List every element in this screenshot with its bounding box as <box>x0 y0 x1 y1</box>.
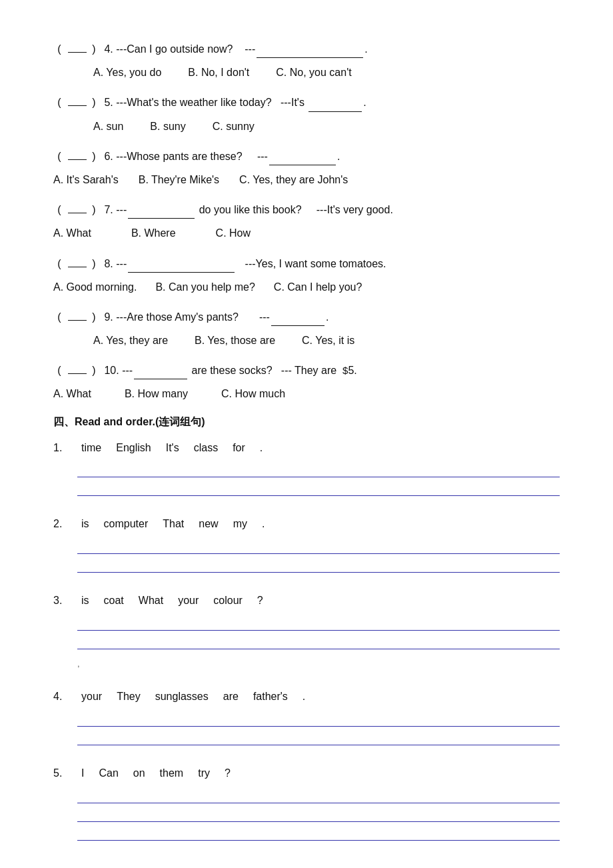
question-7: ( ) 7. --- do you like this book? ---It'… <box>53 201 560 242</box>
q8-optB: B. Can you help me? <box>155 278 255 296</box>
q4-close: ) <box>88 40 100 58</box>
q4-optB: B. No, I don't <box>188 63 249 81</box>
reorder-words-5: 5. I Can on them try ? <box>53 764 560 783</box>
q5-number: 5. ---What's the weather like today? ---… <box>101 93 366 111</box>
q10-close: ) <box>88 361 100 379</box>
q8-blank <box>128 272 235 273</box>
section4: 四、Read and order.(连词组句) 1. time English … <box>53 415 560 841</box>
q7-optC: C. How <box>216 224 251 242</box>
reorder-item-1: 1. time English It's class for . <box>53 439 560 497</box>
q4-options: A. Yes, you do B. No, I don't C. No, you… <box>93 63 560 81</box>
reorder-num-5: 5. <box>53 764 69 783</box>
reorder-answer-4 <box>77 712 560 745</box>
q9-optA: A. Yes, they are <box>93 331 168 349</box>
q10-paren: ( <box>53 361 65 379</box>
q6-optC: C. Yes, they are John's <box>239 171 348 189</box>
q5-optC: C. sunny <box>213 117 255 135</box>
q9-blank <box>271 325 324 326</box>
question-9: ( ) 9. ---Are those Amy's pants? ---. A.… <box>53 308 560 349</box>
q5-optA: A. sun <box>93 117 123 135</box>
reorder-item-3: 3. is coat What your colour ? , <box>53 591 560 669</box>
q10-optA: A. What <box>53 385 91 403</box>
q5-paren: ( <box>53 93 65 111</box>
reorder-num-3: 3. <box>53 591 69 611</box>
q6-optB: B. They're Mike's <box>139 171 219 189</box>
q8-close: ) <box>88 255 100 273</box>
q5-blank <box>308 111 362 112</box>
q7-blank <box>128 218 195 219</box>
question-10: ( ) 10. --- are these socks? --- They ar… <box>53 361 560 403</box>
q5-close: ) <box>88 93 100 111</box>
q9-number: 9. ---Are those Amy's pants? ---. <box>101 308 328 326</box>
q9-options: A. Yes, they are B. Yes, those are C. Ye… <box>93 331 560 349</box>
q7-bracket-space <box>68 213 87 213</box>
q6-paren: ( <box>53 147 65 165</box>
questions-section: ( ) 4. ---Can I go outside now? ---. A. … <box>53 40 560 403</box>
reorder-words-2: 2. is computer That new my . <box>53 515 560 534</box>
reorder-num-1: 1. <box>53 439 69 458</box>
q9-optB: B. Yes, those are <box>195 331 275 349</box>
reorder-answer-1 <box>77 463 560 496</box>
q6-bracket-space <box>68 159 87 160</box>
q9-close: ) <box>88 308 100 326</box>
q4-paren: ( <box>53 40 65 58</box>
reorder-wordlist-4: your They sunglasses are father's . <box>81 687 305 707</box>
q7-paren: ( <box>53 201 65 219</box>
reorder-words-1: 1. time English It's class for . <box>53 439 560 458</box>
q9-optC: C. Yes, it is <box>302 331 354 349</box>
q4-number: 4. ---Can I go outside now? ---. <box>101 40 368 58</box>
q4-bracket-space <box>68 52 87 53</box>
q6-number: 6. ---Whose pants are these? ---. <box>101 147 340 165</box>
q4-optA: A. Yes, you do <box>93 63 161 81</box>
reorder-words-3: 3. is coat What your colour ? <box>53 591 560 611</box>
q10-optB: B. How many <box>125 385 188 403</box>
question-5: ( ) 5. ---What's the weather like today?… <box>53 93 560 135</box>
reorder-wordlist-5: I Can on them try ? <box>81 764 231 783</box>
question-6: ( ) 6. ---Whose pants are these? ---. A.… <box>53 147 560 189</box>
reorder-wordlist-2: is computer That new my . <box>81 515 265 534</box>
q7-optB: B. Where <box>131 224 176 242</box>
q5-options: A. sun B. suny C. sunny <box>93 117 560 135</box>
q6-blank <box>269 165 336 165</box>
reorder-num-2: 2. <box>53 515 69 534</box>
q9-paren: ( <box>53 308 65 326</box>
q7-close: ) <box>88 201 100 219</box>
q9-bracket-space <box>68 320 87 321</box>
q10-optC: C. How much <box>221 385 285 403</box>
reorder-item-5: 5. I Can on them try ? <box>53 764 560 841</box>
q5-bracket-space <box>68 105 87 106</box>
question-8: ( ) 8. --- ---Yes, I want some tomatoes.… <box>53 255 560 296</box>
q6-options: A. It's Sarah's B. They're Mike's C. Yes… <box>53 171 560 189</box>
q10-options: A. What B. How many C. How much <box>53 385 560 403</box>
q7-options: A. What B. Where C. How <box>53 224 560 242</box>
q7-optA: A. What <box>53 224 91 242</box>
q8-bracket-space <box>68 267 87 267</box>
reorder-words-4: 4. your They sunglasses are father's . <box>53 687 560 707</box>
reorder-answer-3 <box>77 616 560 649</box>
q8-optA: A. Good morning. <box>53 278 137 296</box>
reorder-comma-note-3: , <box>77 659 560 669</box>
q4-optC: C. No, you can't <box>276 63 351 81</box>
q5-optB: B. suny <box>150 117 185 135</box>
reorder-item-2: 2. is computer That new my . <box>53 515 560 573</box>
reorder-wordlist-3: is coat What your colour ? <box>81 591 263 611</box>
q7-number: 7. --- do you like this book? ---It's ve… <box>101 201 393 219</box>
q6-close: ) <box>88 147 100 165</box>
q8-number: 8. --- ---Yes, I want some tomatoes. <box>101 255 386 273</box>
q10-blank <box>134 379 187 379</box>
q6-optA: A. It's Sarah's <box>53 171 119 189</box>
reorder-num-4: 4. <box>53 687 69 707</box>
q8-optC: C. Can I help you? <box>274 278 362 296</box>
q10-bracket-space <box>68 373 87 374</box>
question-4: ( ) 4. ---Can I go outside now? ---. A. … <box>53 40 560 81</box>
reorder-answer-2 <box>77 539 560 573</box>
section4-title: 四、Read and order.(连词组句) <box>53 415 560 429</box>
reorder-wordlist-1: time English It's class for . <box>81 439 263 458</box>
reorder-answer-5 <box>77 789 560 841</box>
q8-paren: ( <box>53 255 65 273</box>
q4-blank <box>257 57 363 58</box>
reorder-item-4: 4. your They sunglasses are father's . <box>53 687 560 745</box>
q10-number: 10. --- are these socks? --- They are $5… <box>101 361 357 379</box>
q8-options: A. Good morning. B. Can you help me? C. … <box>53 278 560 296</box>
